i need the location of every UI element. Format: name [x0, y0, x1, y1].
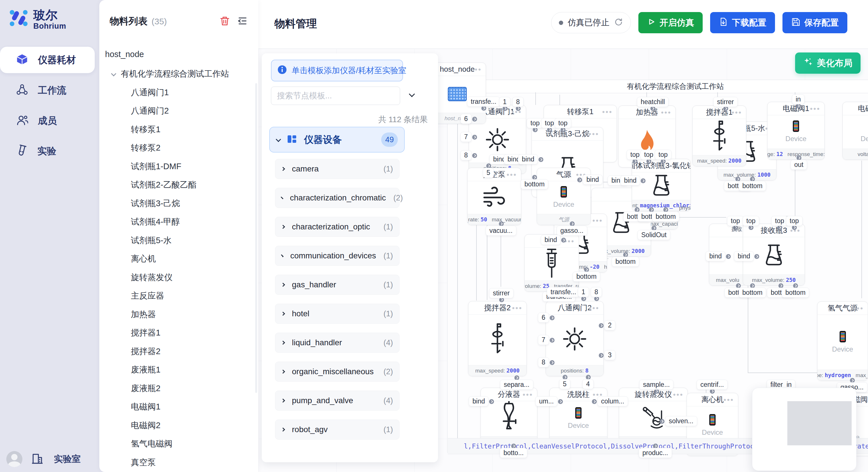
port-dot[interactable]: [563, 375, 567, 380]
port-dot[interactable]: [515, 375, 519, 380]
node-menu-icon[interactable]: •••: [724, 396, 734, 404]
port-dot[interactable]: [581, 296, 586, 301]
collapse-all-icon[interactable]: [409, 92, 414, 98]
tree-item-转移泵1[interactable]: 转移泵1: [99, 122, 258, 138]
node-valve-2[interactable]: 八通阀门2•••positions: 8: [546, 301, 603, 376]
port-dot[interactable]: [599, 353, 603, 358]
node-solenoid-2[interactable]: 电磁阀2•••Devicevoltage: 12: [842, 102, 868, 160]
user-avatar[interactable]: [6, 451, 22, 467]
port-dot[interactable]: [503, 106, 507, 111]
port-dot[interactable]: [641, 178, 646, 183]
node-menu-icon[interactable]: •••: [512, 304, 522, 312]
tree-item-八通阀门2[interactable]: 八通阀门2: [99, 103, 258, 119]
node-menu-icon[interactable]: •••: [564, 237, 575, 246]
port-dot[interactable]: [594, 296, 599, 301]
port-dot[interactable]: [777, 225, 782, 230]
category-communication_devices[interactable]: communication_devices(1): [275, 246, 400, 266]
port-dot[interactable]: [650, 106, 655, 111]
materials-scrollbar[interactable]: [255, 83, 257, 393]
port-dot[interactable]: [472, 117, 477, 122]
tree-item-试剂瓶5-水[interactable]: 试剂瓶5-水: [99, 233, 258, 248]
port-dot[interactable]: [486, 164, 491, 168]
sidebar-item-仪器耗材[interactable]: 仪器耗材: [0, 47, 95, 73]
simulation-status[interactable]: 仿真已停止: [551, 12, 631, 33]
node-solenoid-1[interactable]: 电磁阀1•••Devicevoltage: 12response_time: 0…: [767, 102, 825, 160]
category-gas_handler[interactable]: gas_handler(1): [275, 275, 400, 295]
port-dot[interactable]: [754, 254, 759, 259]
node-menu-icon[interactable]: •••: [810, 104, 820, 113]
category-camera[interactable]: camera(1): [275, 159, 400, 179]
chevron-down-icon[interactable]: [111, 71, 116, 76]
port-dot[interactable]: [570, 222, 575, 226]
node-gas-source[interactable]: 气源•••Device气源: [537, 168, 591, 225]
port-dot[interactable]: [584, 267, 589, 272]
node-menu-icon[interactable]: •••: [854, 304, 864, 313]
tree-item-旋转蒸发仪[interactable]: 旋转蒸发仪: [99, 270, 258, 285]
tree-item-试剂瓶3-己烷[interactable]: 试剂瓶3-己烷: [99, 196, 258, 212]
port-dot[interactable]: [793, 283, 798, 288]
port-dot[interactable]: [499, 297, 504, 302]
category-characterization_optic[interactable]: characterization_optic(1): [275, 217, 400, 237]
port-dot[interactable]: [646, 159, 651, 164]
port-dot[interactable]: [663, 207, 668, 212]
tree-item-搅拌器2[interactable]: 搅拌器2: [99, 343, 258, 360]
port-dot[interactable]: [723, 106, 728, 111]
node-menu-icon[interactable]: •••: [732, 108, 742, 117]
tree-item-电磁阀2[interactable]: 电磁阀2: [99, 417, 258, 434]
port-dot[interactable]: [561, 127, 565, 132]
tree-item-离心机[interactable]: 离心机: [99, 251, 258, 267]
port-dot[interactable]: [516, 106, 521, 111]
tree-item-host_node[interactable]: host_node: [99, 46, 258, 62]
node-solid-bottle-3[interactable]: 固体试剂瓶3-氯化镁•••agent: magnesium_chloride: [632, 159, 691, 211]
port-dot[interactable]: [550, 338, 555, 343]
port-dot[interactable]: [532, 175, 537, 180]
tree-item-废液瓶1[interactable]: 废液瓶1: [99, 362, 258, 378]
port-dot[interactable]: [750, 177, 755, 181]
port-dot[interactable]: [561, 238, 566, 243]
node-menu-icon[interactable]: •••: [589, 304, 599, 312]
port-dot[interactable]: [792, 225, 797, 230]
tree-item-真空泵[interactable]: 真空泵: [99, 454, 258, 471]
port-dot[interactable]: [726, 254, 731, 259]
node-h2-source[interactable]: 氢气气源•••Device_type: hydrogenmax_pre: [817, 301, 868, 381]
node-menu-icon[interactable]: •••: [661, 108, 671, 117]
sidebar-item-实验[interactable]: 实验: [0, 138, 95, 164]
tree-item-主反应器[interactable]: 主反应器: [99, 288, 258, 304]
node-menu-icon[interactable]: •••: [676, 162, 686, 170]
port-dot[interactable]: [550, 315, 555, 320]
category-liquid_handler[interactable]: liquid_handler(4): [275, 333, 400, 353]
port-dot[interactable]: [653, 444, 658, 448]
node-menu-icon[interactable]: •••: [602, 107, 613, 116]
port-dot[interactable]: [797, 156, 801, 160]
node-menu-icon[interactable]: •••: [673, 390, 683, 399]
collapse-panel-icon[interactable]: [237, 15, 248, 28]
port-dot[interactable]: [592, 399, 597, 404]
tree-item-氢气电磁阀[interactable]: 氢气电磁阀: [99, 436, 258, 452]
node-menu-icon[interactable]: •••: [589, 130, 599, 138]
category-pump_and_valve[interactable]: pump_and_valve(4): [275, 391, 400, 411]
node-menu-icon[interactable]: •••: [523, 390, 533, 399]
port-dot[interactable]: [472, 135, 477, 140]
port-dot[interactable]: [736, 283, 741, 288]
port-dot[interactable]: [634, 207, 640, 212]
port-dot[interactable]: [850, 378, 855, 383]
port-dot[interactable]: [735, 177, 740, 181]
port-dot[interactable]: [710, 389, 715, 394]
node-menu-icon[interactable]: •••: [857, 396, 868, 404]
lab-label[interactable]: 实验室: [54, 453, 81, 465]
node-vacuum-pump[interactable]: 真空泵•••pump_rate: 50max_vacuum: 0.1: [467, 168, 521, 225]
port-dot[interactable]: [632, 159, 638, 164]
port-dot[interactable]: [577, 177, 582, 182]
refresh-icon[interactable]: [614, 18, 623, 28]
tree-item-加热器[interactable]: 加热器: [99, 307, 258, 323]
port-dot[interactable]: [623, 252, 628, 257]
save-config-button[interactable]: 保存配置: [782, 12, 847, 33]
delete-icon[interactable]: [219, 15, 230, 28]
template-search-input[interactable]: [271, 87, 400, 105]
node-menu-icon[interactable]: •••: [507, 170, 517, 179]
node-menu-icon[interactable]: •••: [471, 65, 482, 74]
category-organic_miscellaneous[interactable]: organic_miscellaneous(2): [275, 362, 400, 382]
port-dot[interactable]: [558, 399, 563, 404]
tree-item-电磁阀1[interactable]: 电磁阀1: [99, 399, 258, 415]
sidebar-item-工作流[interactable]: 工作流: [0, 77, 95, 103]
